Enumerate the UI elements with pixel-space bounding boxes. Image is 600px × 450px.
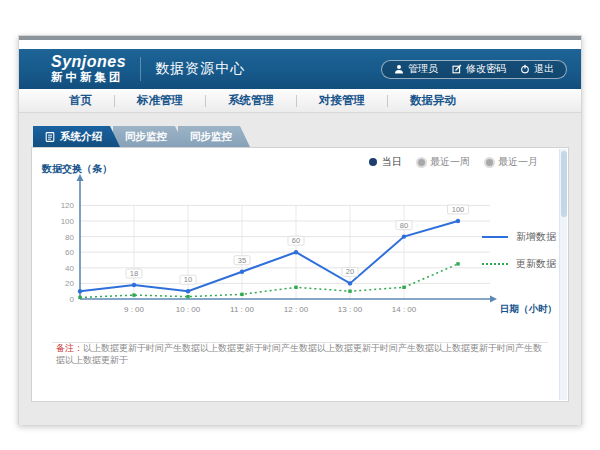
- logo-primary-text: Synjones: [51, 54, 126, 70]
- tab-label: 同步监控: [190, 130, 232, 144]
- footnote-prefix: 备注：: [56, 343, 83, 353]
- main-nav: 首页标准管理系统管理对接管理数据异动: [19, 89, 581, 113]
- y-tick-label: 120: [61, 201, 75, 210]
- legend-swatch: [482, 263, 508, 265]
- x-tick-label: 12 : 00: [284, 305, 309, 314]
- data-point: [132, 293, 135, 296]
- edit-icon: [452, 64, 462, 74]
- tab-0[interactable]: 系统介绍: [33, 126, 120, 147]
- data-point: [240, 293, 243, 296]
- header-action-label: 管理员: [408, 62, 438, 76]
- x-axis-arrow-icon: [490, 296, 497, 303]
- data-point: [186, 295, 189, 298]
- app-header: Synjones 新中新集团 数据资源中心 管理员修改密码退出: [19, 49, 581, 89]
- chart-legend: 新增数据更新数据: [482, 230, 556, 271]
- legend-label: 新增数据: [516, 230, 556, 244]
- data-point-label: 18: [130, 269, 138, 278]
- data-point: [240, 270, 244, 274]
- logout-button[interactable]: 退出: [520, 62, 554, 76]
- app-window: Synjones 新中新集团 数据资源中心 管理员修改密码退出 首页标准管理系统…: [18, 35, 582, 425]
- tab-1[interactable]: 同步监控: [113, 126, 185, 147]
- y-tick-label: 20: [65, 279, 74, 288]
- y-tick-label: 80: [65, 233, 74, 242]
- data-point-label: 20: [346, 267, 354, 276]
- data-point-label: 60: [292, 236, 300, 245]
- data-point: [294, 286, 297, 289]
- data-point: [402, 234, 406, 238]
- scrollbar-thumb[interactable]: [561, 151, 567, 217]
- data-point: [294, 250, 298, 254]
- y-tick-label: 40: [65, 264, 74, 273]
- data-point: [348, 281, 352, 285]
- y-tick-label: 60: [65, 248, 74, 257]
- window-top-gap: [19, 40, 581, 49]
- y-axis-title: 数据交换（条）: [41, 164, 112, 174]
- data-point: [456, 262, 459, 265]
- x-tick-label: 14 : 00: [392, 305, 417, 314]
- x-tick-label: 9 : 00: [124, 305, 145, 314]
- logo-secondary-text: 新中新集团: [51, 72, 126, 84]
- y-tick-label: 0: [70, 295, 75, 304]
- data-point: [456, 219, 460, 223]
- header-divider: [140, 57, 141, 81]
- legend-item-1: 更新数据: [482, 257, 556, 271]
- app-title: 数据资源中心: [155, 60, 245, 78]
- legend-swatch: [482, 236, 508, 238]
- y-tick-label: 100: [61, 217, 75, 226]
- user-icon: [394, 64, 404, 74]
- data-point: [78, 289, 82, 293]
- nav-item-0[interactable]: 首页: [47, 93, 114, 108]
- x-tick-label: 13 : 00: [338, 305, 363, 314]
- nav-item-4[interactable]: 数据异动: [388, 93, 478, 108]
- data-point: [78, 296, 81, 299]
- y-axis-arrow-icon: [77, 174, 84, 181]
- tab-bar: 系统介绍同步监控同步监控: [33, 126, 569, 147]
- legend-item-0: 新增数据: [482, 230, 556, 244]
- nav-item-1[interactable]: 标准管理: [115, 93, 205, 108]
- data-point-label: 35: [238, 256, 246, 265]
- header-action-label: 退出: [534, 62, 554, 76]
- series-line-0: [80, 221, 458, 291]
- nav-item-3[interactable]: 对接管理: [297, 93, 387, 108]
- document-icon: [45, 132, 55, 142]
- content-area: 系统介绍同步监控同步监控 当日最近一周最近一月 020406080100120数…: [19, 113, 581, 425]
- tab-label: 系统介绍: [60, 130, 102, 144]
- data-point-label: 100: [452, 205, 465, 214]
- x-tick-label: 10 : 00: [176, 305, 201, 314]
- footnote: 备注：以上数据更新于时间产生数据以上数据更新于时间产生数据以上数据更新于时间产生…: [56, 342, 544, 367]
- panel-scrollbar[interactable]: [559, 149, 567, 400]
- data-point-label: 80: [400, 221, 408, 230]
- power-icon: [520, 64, 530, 74]
- nav-item-2[interactable]: 系统管理: [206, 93, 296, 108]
- data-point: [186, 289, 190, 293]
- data-point: [132, 283, 136, 287]
- footnote-text: 以上数据更新于时间产生数据以上数据更新于时间产生数据以上数据更新于时间产生数据以…: [56, 343, 542, 366]
- admin-button[interactable]: 管理员: [394, 62, 438, 76]
- data-point-label: 10: [184, 275, 192, 284]
- system-intro-panel: 当日最近一周最近一月 020406080100120数据交换（条）日期（小时）9…: [31, 147, 569, 402]
- header-action-label: 修改密码: [466, 62, 506, 76]
- x-tick-label: 11 : 00: [230, 305, 254, 314]
- screen: Synjones 新中新集团 数据资源中心 管理员修改密码退出 首页标准管理系统…: [0, 0, 600, 450]
- x-axis-title: 日期（小时）: [500, 303, 557, 315]
- legend-label: 更新数据: [516, 257, 556, 271]
- header-action-group: 管理员修改密码退出: [381, 60, 567, 79]
- data-point: [402, 286, 405, 289]
- company-logo[interactable]: Synjones 新中新集团: [51, 54, 126, 84]
- change-password-button[interactable]: 修改密码: [452, 62, 506, 76]
- tab-label: 同步监控: [125, 130, 167, 144]
- data-point: [348, 290, 351, 293]
- tab-2[interactable]: 同步监控: [178, 126, 250, 147]
